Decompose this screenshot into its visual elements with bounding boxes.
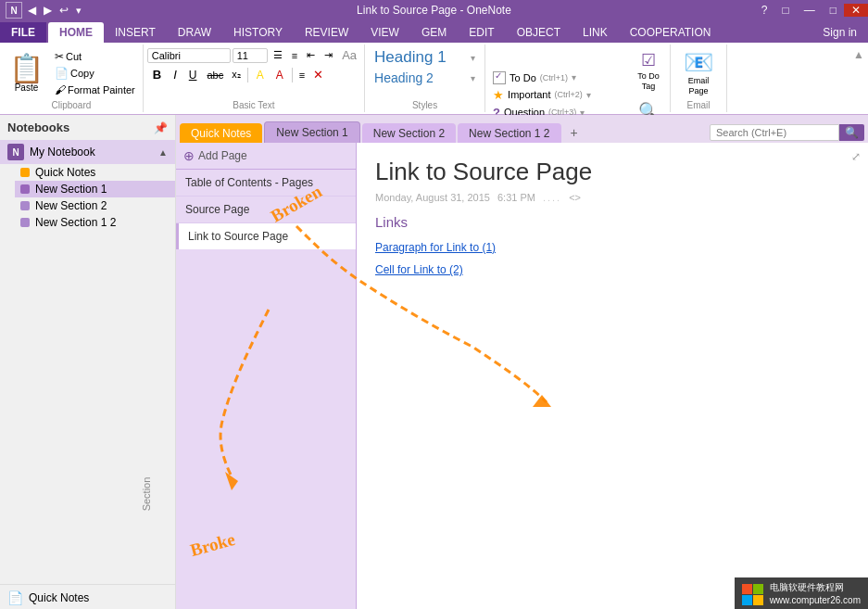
help-button[interactable]: ? — [754, 4, 775, 17]
sidebar-item-new-section-1[interactable]: New Section 1 — [15, 181, 175, 197]
clear-format-button[interactable]: ✕ — [309, 66, 327, 83]
cut-button[interactable]: ✂ Cut — [51, 49, 139, 64]
svg-marker-1 — [225, 472, 238, 490]
heading1-style[interactable]: Heading 1 ▾ — [369, 46, 481, 69]
tab-gem[interactable]: GEM — [410, 22, 458, 43]
note-date-dots: .... — [543, 192, 561, 203]
notebooks-title: Notebooks — [7, 121, 69, 134]
todo-tag-item[interactable]: ✓ To Do (Ctrl+1) ▾ — [489, 70, 627, 86]
sidebar-item-quick-notes[interactable]: Quick Notes — [15, 164, 175, 181]
pages-panel: ⊕ Add Page Table of Contents - Pages Sou… — [176, 143, 357, 609]
tab-insert[interactable]: INSERT — [104, 22, 167, 43]
tab-new-section-1[interactable]: New Section 1 — [264, 121, 359, 144]
tab-file[interactable]: FILE — [0, 22, 46, 43]
note-time: 6:31 PM — [497, 192, 535, 203]
sidebar-item-new-section-2[interactable]: New Section 2 — [15, 197, 175, 214]
important-tag-item[interactable]: ★ Important (Ctrl+2) ▾ — [489, 86, 627, 104]
note-link-1[interactable]: Paragraph for Link to (1) — [375, 241, 849, 254]
numbering-button[interactable]: ≡ — [288, 48, 301, 63]
ribbon-expand-button[interactable]: ▲ — [853, 44, 868, 112]
note-date: Monday, August 31, 2015 — [375, 192, 490, 203]
highlight-button[interactable]: A — [251, 67, 270, 83]
align-button[interactable]: ≡ — [296, 68, 308, 82]
page-table-of-contents[interactable]: Table of Contents - Pages — [176, 170, 356, 197]
increase-indent-button[interactable]: ⇥ — [321, 47, 336, 63]
tab-quick-notes[interactable]: Quick Notes — [180, 123, 262, 144]
search-input[interactable] — [710, 124, 839, 141]
sign-in-button[interactable]: Sign in — [811, 22, 868, 43]
page-source[interactable]: Source Page — [176, 197, 356, 223]
basic-text-group: Calibri 11 ☰ ≡ ⇤ ⇥ Aa B I U abc x₂ A A — [144, 44, 365, 112]
quick-access-forward[interactable]: ▶ — [42, 4, 54, 17]
tab-new-section-2[interactable]: New Section 2 — [362, 123, 456, 144]
paste-button[interactable]: 📋 Paste — [4, 53, 49, 95]
note-title: Link to Source Page — [375, 158, 849, 186]
notebooks-pin-button[interactable]: 📌 — [154, 121, 168, 134]
tab-object[interactable]: OBJECT — [506, 22, 572, 43]
note-content-area: ⤢ Link to Source Page Monday, August 31,… — [357, 143, 868, 609]
my-notebook-label: My Notebook — [30, 146, 95, 159]
quick-access-more[interactable]: ▾ — [74, 5, 83, 17]
maximize-button[interactable]: □ — [823, 4, 844, 17]
quick-access-back[interactable]: ◀ — [26, 4, 38, 17]
content-area: Quick Notes New Section 1 New Section 2 … — [176, 115, 868, 609]
tab-history[interactable]: HISTORY — [222, 22, 294, 43]
sidebar-item-new-section-12[interactable]: New Section 1 2 — [15, 214, 175, 231]
tab-draw[interactable]: DRAW — [167, 22, 222, 43]
minimize-button[interactable]: — — [797, 4, 823, 17]
bold-button[interactable]: B — [147, 66, 167, 83]
tab-link[interactable]: LINK — [572, 22, 619, 43]
close-button[interactable]: ✕ — [844, 4, 868, 17]
clipboard-label: Clipboard — [51, 100, 91, 110]
heading2-style[interactable]: Heading 2 ▾ — [369, 69, 481, 87]
font-color-button[interactable]: A — [270, 67, 289, 83]
quick-access-undo[interactable]: ↩ — [57, 4, 70, 17]
page-link-to-source[interactable]: Link to Source Page — [176, 223, 356, 249]
subscript-button[interactable]: x₂ — [228, 67, 245, 82]
bullets-button[interactable]: ☰ — [270, 47, 286, 63]
decrease-indent-button[interactable]: ⇤ — [303, 47, 319, 63]
italic-button[interactable]: I — [168, 66, 182, 83]
section-label: Section — [141, 477, 152, 512]
restore-button[interactable]: □ — [775, 4, 797, 17]
add-section-button[interactable]: + — [563, 121, 585, 144]
basic-text-label: Basic Text — [147, 100, 360, 110]
tags-group: ✓ To Do (Ctrl+1) ▾ ★ Important (Ctrl+2) … — [485, 44, 671, 112]
clipboard-group: 📋 Paste ✂ Cut 📄 Copy 🖌 Format Painter Cl… — [0, 44, 144, 112]
style-button[interactable]: Aa — [338, 46, 360, 64]
tab-home[interactable]: HOME — [48, 22, 104, 43]
tab-cooperation[interactable]: COOPERATION — [619, 22, 723, 43]
styles-label: Styles — [369, 100, 481, 110]
add-page-button[interactable]: ⊕ Add Page — [176, 143, 356, 170]
note-link-2[interactable]: Cell for Link to (2) — [375, 263, 849, 276]
note-expand-code[interactable]: <> — [569, 192, 581, 203]
tab-review[interactable]: REVIEW — [294, 22, 359, 43]
email-group: 📧 EmailPage Email — [671, 44, 727, 112]
search-button[interactable]: 🔍 — [839, 124, 864, 141]
title-bar-text: Link to Source Page - OneNote — [357, 4, 511, 17]
expand-icon[interactable]: ⤢ — [851, 150, 861, 163]
tab-new-section-12[interactable]: New Section 1 2 — [458, 123, 560, 144]
notebooks-panel: Notebooks 📌 N My Notebook ▲ Quick Notes … — [0, 115, 176, 609]
font-size-select[interactable]: 11 — [233, 48, 268, 63]
tab-view[interactable]: VIEW — [359, 22, 410, 43]
note-subtitle: Links — [375, 214, 849, 230]
format-painter-button[interactable]: 🖌 Format Painter — [51, 82, 139, 97]
my-notebook-item[interactable]: N My Notebook ▲ — [0, 140, 175, 164]
todo-tag-button[interactable]: ☑ To DoTag — [631, 46, 666, 95]
tab-edit[interactable]: EDIT — [458, 22, 505, 43]
email-page-button[interactable]: 📧 EmailPage — [678, 46, 719, 100]
font-family-select[interactable]: Calibri — [147, 48, 231, 63]
copy-button[interactable]: 📄 Copy — [51, 66, 139, 81]
email-label: Email — [678, 100, 719, 110]
styles-group: Heading 1 ▾ Heading 2 ▾ Styles — [365, 44, 485, 112]
underline-button[interactable]: U — [183, 67, 203, 83]
watermark: 电脑软硬件教程网 www.computer26.com — [735, 577, 868, 609]
strikethrough-button[interactable]: abc — [203, 68, 227, 82]
notebooks-footer-label[interactable]: Quick Notes — [29, 591, 89, 604]
broken-annotation-2: Broke — [188, 529, 237, 561]
